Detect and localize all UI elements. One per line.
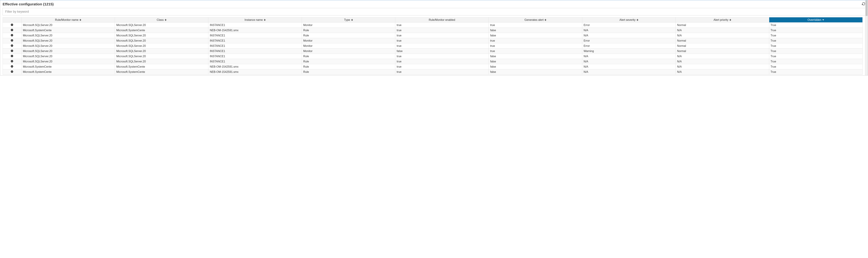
chevron-right-icon[interactable] (10, 60, 13, 63)
cell-generates: false (489, 59, 582, 64)
sort-icon[interactable] (165, 19, 166, 21)
cell-overridden: True (769, 48, 863, 54)
cell-type: Rule (302, 69, 395, 75)
expand-cell[interactable] (3, 69, 22, 75)
expand-cell[interactable] (3, 43, 22, 48)
cell-type: Monitor (302, 38, 395, 43)
effective-config-panel: Effective configuration (1215) (0, 0, 868, 75)
table-row[interactable]: Microsoft.SystemCenteMicrosoft.SystemCen… (3, 69, 863, 75)
cell-type: Rule (302, 28, 395, 33)
expand-cell[interactable] (3, 33, 22, 38)
scrollbar-thumb[interactable] (866, 0, 867, 16)
cell-overridden: True (769, 33, 863, 38)
expand-cell[interactable] (3, 59, 22, 64)
sort-icon[interactable] (545, 19, 546, 21)
chevron-right-icon[interactable] (10, 54, 13, 58)
column-header[interactable]: Alert severity (582, 17, 676, 23)
column-header[interactable]: Generates alert (489, 17, 582, 23)
refresh-icon[interactable] (862, 2, 865, 6)
cell-priority: N/A (676, 59, 769, 64)
sort-icon[interactable] (80, 19, 81, 21)
cell-type: Monitor (302, 23, 395, 28)
sort-icon[interactable] (264, 19, 266, 21)
chevron-right-icon[interactable] (10, 49, 13, 52)
chevron-right-icon[interactable] (10, 70, 13, 73)
cell-instance: INSTANCE1 (208, 23, 302, 28)
table-row[interactable]: Microsoft.SQLServer.20Microsoft.SQLServe… (3, 23, 863, 28)
expand-cell[interactable] (3, 64, 22, 69)
chevron-right-icon[interactable] (10, 34, 13, 37)
cell-type: Monitor (302, 43, 395, 48)
cell-name: Microsoft.SQLServer.20 (21, 43, 115, 48)
table-row[interactable]: Microsoft.SQLServer.20Microsoft.SQLServe… (3, 48, 863, 54)
cell-enabled: true (395, 43, 489, 48)
cell-class: Microsoft.SQLServer.20 (115, 54, 208, 59)
cell-enabled: true (395, 54, 489, 59)
table-row[interactable]: Microsoft.SystemCenteMicrosoft.SystemCen… (3, 64, 863, 69)
cell-severity: N/A (582, 64, 676, 69)
table-row[interactable]: Microsoft.SQLServer.20Microsoft.SQLServe… (3, 59, 863, 64)
cell-class: Microsoft.SystemCente (115, 64, 208, 69)
cell-generates: true (489, 23, 582, 28)
sort-icon[interactable] (730, 19, 731, 21)
cell-generates: false (489, 54, 582, 59)
cell-severity: N/A (582, 33, 676, 38)
cell-enabled: true (395, 33, 489, 38)
sort-icon[interactable] (637, 19, 638, 21)
table-row[interactable]: Microsoft.SQLServer.20Microsoft.SQLServe… (3, 54, 863, 59)
expand-cell[interactable] (3, 54, 22, 59)
cell-severity: Warning (582, 48, 676, 54)
chevron-right-icon[interactable] (10, 44, 13, 47)
cell-overridden: True (769, 23, 863, 28)
filter-input[interactable] (3, 8, 865, 15)
column-header[interactable]: Rule/Monitor name (21, 17, 115, 23)
cell-overridden: True (769, 69, 863, 75)
expand-cell[interactable] (3, 38, 22, 43)
column-header[interactable]: Instance name (208, 17, 302, 23)
cell-name: Microsoft.SQLServer.20 (21, 48, 115, 54)
cell-instance: INSTANCE1 (208, 59, 302, 64)
chevron-right-icon[interactable] (10, 65, 13, 68)
cell-generates: true (489, 43, 582, 48)
chevron-right-icon[interactable] (10, 39, 13, 42)
cell-generates: true (489, 38, 582, 43)
column-header[interactable]: Alert priority (676, 17, 769, 23)
cell-enabled: true (395, 23, 489, 28)
cell-severity: Error (582, 43, 676, 48)
cell-instance: NEB-OM-1542591.smx (208, 28, 302, 33)
cell-overridden: True (769, 43, 863, 48)
expand-cell[interactable] (3, 48, 22, 54)
column-header[interactable]: Class (115, 17, 208, 23)
cell-class: Microsoft.SQLServer.20 (115, 23, 208, 28)
cell-name: Microsoft.SQLServer.20 (21, 38, 115, 43)
sort-icon[interactable] (823, 19, 824, 21)
cell-severity: N/A (582, 59, 676, 64)
column-header: Rule/Monitor enabled (395, 17, 489, 23)
table-row[interactable]: Microsoft.SQLServer.20Microsoft.SQLServe… (3, 43, 863, 48)
table-row[interactable]: Microsoft.SQLServer.20Microsoft.SQLServe… (3, 33, 863, 38)
sort-icon[interactable] (351, 19, 353, 21)
expand-cell[interactable] (3, 23, 22, 28)
cell-severity: Error (582, 38, 676, 43)
cell-name: Microsoft.SQLServer.20 (21, 54, 115, 59)
panel-header: Effective configuration (1215) (3, 2, 865, 6)
cell-priority: Normal (676, 23, 769, 28)
column-header[interactable]: Overridden (769, 17, 863, 23)
column-label: Class (157, 19, 164, 22)
cell-type: Rule (302, 64, 395, 69)
column-header[interactable]: Type (302, 17, 395, 23)
cell-severity: Error (582, 23, 676, 28)
cell-class: Microsoft.SQLServer.20 (115, 43, 208, 48)
chevron-right-icon[interactable] (10, 24, 13, 26)
expand-cell[interactable] (3, 28, 22, 33)
cell-enabled: true (395, 59, 489, 64)
vertical-scrollbar[interactable] (865, 0, 868, 75)
cell-priority: N/A (676, 33, 769, 38)
chevron-right-icon[interactable] (10, 29, 13, 31)
table-row[interactable]: Microsoft.SQLServer.20Microsoft.SQLServe… (3, 38, 863, 43)
panel-title: Effective configuration (1215) (3, 2, 54, 6)
cell-overridden: True (769, 64, 863, 69)
cell-name: Microsoft.SQLServer.20 (21, 33, 115, 38)
table-row[interactable]: Microsoft.SystemCenteMicrosoft.SystemCen… (3, 28, 863, 33)
cell-instance: INSTANCE1 (208, 33, 302, 38)
